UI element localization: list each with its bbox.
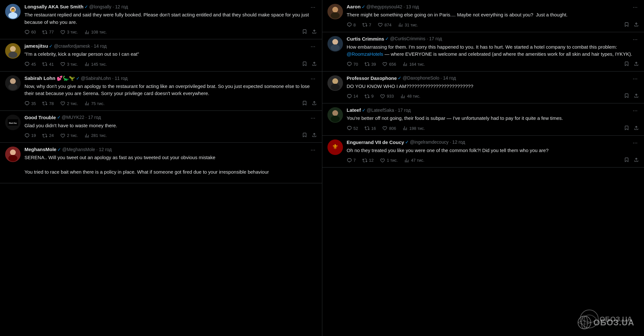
reply-button[interactable]: 7 xyxy=(347,158,356,163)
more-button[interactable]: ··· xyxy=(631,139,639,146)
retweet-button[interactable]: 77 xyxy=(42,30,53,35)
views-icon xyxy=(84,30,90,35)
more-button[interactable]: ··· xyxy=(309,43,317,50)
like-button[interactable]: 933 xyxy=(380,94,394,99)
views-button[interactable]: 48 тис. xyxy=(400,94,420,99)
share-button[interactable] xyxy=(634,93,639,99)
reply-button[interactable]: 60 xyxy=(24,30,36,35)
views-button[interactable]: 47 тис. xyxy=(404,158,424,163)
view-count: 75 тис. xyxy=(91,101,104,106)
like-button[interactable]: 1 тис. xyxy=(380,158,398,163)
reply-button[interactable]: 52 xyxy=(347,126,358,131)
tweet[interactable]: ⚜ Enguerrand VII de Coucy✓@ingelramdecou… xyxy=(322,136,644,168)
share-button[interactable] xyxy=(312,29,317,35)
retweet-icon xyxy=(365,94,370,99)
tweet[interactable]: Black Day Good Trouble✓@MUYK22 · 17 год·… xyxy=(0,111,322,143)
share-button[interactable] xyxy=(312,61,317,67)
tweet[interactable]: Sabirah Lohn 💕🦕🦖✓@SabirahLohn · 11 год··… xyxy=(0,72,322,111)
tweet-text: DO YOU KNOW WHO I AM????????????????????… xyxy=(347,83,639,90)
tweet[interactable]: Aaron✓@thegypsysoul42 · 13 год···There m… xyxy=(322,0,644,32)
more-button[interactable]: ··· xyxy=(631,107,639,114)
views-button[interactable]: 164 тис. xyxy=(402,62,425,67)
more-button[interactable]: ··· xyxy=(631,36,639,43)
bookmark-icon xyxy=(624,22,629,27)
retweet-button[interactable]: 24 xyxy=(42,133,53,138)
like-button[interactable]: 2 тис. xyxy=(60,101,78,106)
retweet-button[interactable]: 39 xyxy=(365,62,376,67)
reply-count: 19 xyxy=(31,133,36,138)
bookmark-button[interactable] xyxy=(624,93,629,99)
svg-point-27 xyxy=(331,116,340,122)
bookmark-button[interactable] xyxy=(302,61,307,67)
retweet-icon xyxy=(42,101,47,106)
tweet[interactable]: MeghansMole✓@MeghansMole · 12 год···SERE… xyxy=(0,143,322,183)
avatar xyxy=(5,147,21,162)
like-button[interactable]: 656 xyxy=(382,62,396,67)
retweet-button[interactable]: 9 xyxy=(365,94,374,99)
display-name: MeghansMole xyxy=(24,147,56,152)
like-button[interactable]: 3 тис. xyxy=(60,30,78,35)
reply-button[interactable]: 19 xyxy=(24,133,36,138)
tweet[interactable]: Curtis Crimmins✓@CurtisCrimmins · 17 год… xyxy=(322,32,644,72)
more-button[interactable]: ··· xyxy=(309,147,317,153)
reply-icon xyxy=(24,133,30,138)
column-1: Aaron✓@thegypsysoul42 · 13 год···There m… xyxy=(322,0,644,336)
reply-icon xyxy=(24,30,30,35)
reply-button[interactable]: 35 xyxy=(24,101,36,106)
retweet-button[interactable]: 78 xyxy=(42,101,53,106)
handle-time: @SabirahLohn · 11 год xyxy=(81,76,128,81)
like-button[interactable]: 806 xyxy=(382,126,396,131)
like-button[interactable]: 2 тис. xyxy=(60,133,78,138)
views-button[interactable]: 75 тис. xyxy=(84,101,104,106)
share-button[interactable] xyxy=(634,22,639,28)
reply-button[interactable]: 45 xyxy=(24,62,36,67)
bookmark-button[interactable] xyxy=(624,61,629,67)
share-button[interactable] xyxy=(312,101,317,107)
svg-text:Black Day: Black Day xyxy=(9,122,17,124)
bookmark-button[interactable] xyxy=(302,101,307,107)
retweet-icon xyxy=(362,158,367,163)
like-button[interactable]: 3 тис. xyxy=(60,62,78,67)
tweet-header: Enguerrand VII de Coucy✓@ingelramdecoucy… xyxy=(347,139,639,146)
tweet[interactable]: Lateef✓@LateefSaka · 17 год···You're bet… xyxy=(322,103,644,136)
tweet-actions: 14993348 тис. xyxy=(347,93,639,99)
views-button[interactable]: 281 тис. xyxy=(84,133,107,138)
retweet-button[interactable]: 16 xyxy=(365,126,376,131)
share-button[interactable] xyxy=(634,157,639,163)
like-button[interactable]: 874 xyxy=(378,22,392,27)
views-button[interactable]: 145 тис. xyxy=(84,62,107,67)
more-button[interactable]: ··· xyxy=(631,4,639,11)
more-button[interactable]: ··· xyxy=(309,115,317,121)
reply-icon xyxy=(347,62,352,67)
views-button[interactable]: 31 тис. xyxy=(398,22,418,27)
retweet-button[interactable]: 41 xyxy=(42,62,53,67)
retweet-button[interactable]: 12 xyxy=(362,158,374,163)
bookmark-button[interactable] xyxy=(624,157,629,163)
reply-button[interactable]: 14 xyxy=(347,94,358,99)
tweet[interactable]: jamesjitsu✓@crawfordjamesk · 14 год···"I… xyxy=(0,39,322,72)
share-button[interactable] xyxy=(312,132,317,139)
tweet-text: Oh no they treated you like you were one… xyxy=(347,147,639,154)
tweet[interactable]: 👩 Longsally AKA Sue Smith✓@longsally · 1… xyxy=(0,0,322,39)
tweet-header: Lateef✓@LateefSaka · 17 год··· xyxy=(347,107,639,114)
bookmark-button[interactable] xyxy=(302,29,307,35)
views-button[interactable]: 108 тис. xyxy=(84,30,107,35)
tweet-actions: 7039656164 тис. xyxy=(347,61,639,67)
share-button[interactable] xyxy=(634,125,639,131)
retweet-button[interactable]: 7 xyxy=(362,22,371,27)
more-button[interactable]: ··· xyxy=(309,75,317,82)
views-icon xyxy=(402,126,408,131)
views-button[interactable]: 198 тис. xyxy=(402,126,425,131)
mention[interactable]: @RoomzaHotels xyxy=(347,51,384,57)
reply-button[interactable]: 70 xyxy=(347,62,358,67)
bookmark-button[interactable] xyxy=(302,132,307,139)
like-count: 2 тис. xyxy=(67,133,78,138)
share-icon xyxy=(312,101,317,106)
reply-button[interactable]: 8 xyxy=(347,22,356,27)
tweet[interactable]: Professor Daxophone✓@DaxophoneSolo · 14 … xyxy=(322,72,644,104)
bookmark-button[interactable] xyxy=(624,125,629,131)
more-button[interactable]: ··· xyxy=(309,4,317,11)
bookmark-button[interactable] xyxy=(624,22,629,28)
share-button[interactable] xyxy=(634,61,639,67)
more-button[interactable]: ··· xyxy=(631,75,639,82)
